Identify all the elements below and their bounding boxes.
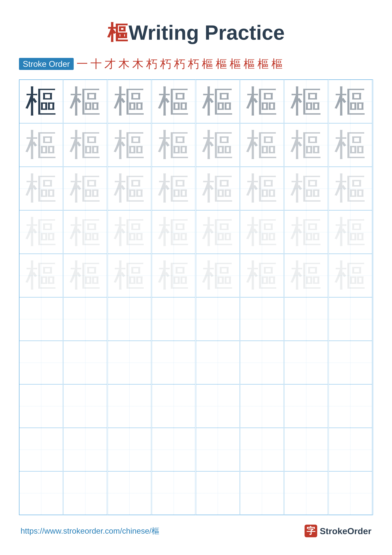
stroke-order-char: 一 <box>75 56 89 72</box>
grid-cell[interactable]: 樞 <box>64 210 107 254</box>
grid-cell[interactable]: 樞 <box>328 428 372 471</box>
grid-cell[interactable]: 樞 <box>152 297 195 341</box>
grid-cell[interactable]: 樞 <box>108 428 151 471</box>
grid-cell[interactable]: 樞 <box>19 341 63 384</box>
grid-cell[interactable]: 樞 <box>284 341 328 384</box>
grid-cell[interactable]: 樞 <box>64 80 107 123</box>
grid-cell[interactable]: 樞 <box>152 80 195 123</box>
grid-cell[interactable]: 樞 <box>284 384 328 428</box>
grid-cell[interactable]: 樞 <box>284 254 328 297</box>
grid-cell[interactable]: 樞 <box>328 471 372 515</box>
grid-cell[interactable]: 樞 <box>196 471 240 515</box>
grid-cell[interactable]: 樞 <box>284 123 328 167</box>
grid-cell[interactable]: 樞 <box>196 80 240 123</box>
grid-cell[interactable]: 樞 <box>108 123 151 167</box>
grid-cell-char: 樞 <box>246 347 278 379</box>
grid-cell[interactable]: 樞 <box>196 123 240 167</box>
grid-cell[interactable]: 樞 <box>284 210 328 254</box>
grid-cell[interactable]: 樞 <box>64 167 107 210</box>
grid-cell[interactable]: 樞 <box>152 341 195 384</box>
grid-cell[interactable]: 樞 <box>108 80 151 123</box>
grid-cell[interactable]: 樞 <box>240 210 284 254</box>
grid-cell[interactable]: 樞 <box>196 384 240 428</box>
grid-cell[interactable]: 樞 <box>152 254 195 297</box>
grid-cell[interactable]: 樞 <box>328 384 372 428</box>
grid-cell[interactable]: 樞 <box>108 471 151 515</box>
grid-cell[interactable]: 樞 <box>328 254 372 297</box>
grid-cell[interactable]: 樞 <box>64 428 107 471</box>
grid-cell-char: 樞 <box>114 434 145 466</box>
grid-cell[interactable]: 樞 <box>108 341 151 384</box>
grid-cell[interactable]: 樞 <box>240 384 284 428</box>
grid-cell[interactable]: 樞 <box>240 471 284 515</box>
grid-cell-char: 樞 <box>246 390 278 422</box>
grid-cell[interactable]: 樞 <box>152 384 195 428</box>
grid-cell[interactable]: 樞 <box>240 123 284 167</box>
grid-cell[interactable]: 樞 <box>328 297 372 341</box>
grid-cell-char: 樞 <box>25 347 57 379</box>
grid-cell-char: 樞 <box>158 129 189 161</box>
grid-cell[interactable]: 樞 <box>19 80 63 123</box>
grid-cell-char: 樞 <box>114 86 145 117</box>
grid-cell[interactable]: 樞 <box>284 297 328 341</box>
grid-cell-char: 樞 <box>335 216 366 248</box>
grid-cell[interactable]: 樞 <box>328 210 372 254</box>
grid-cell-char: 樞 <box>335 303 366 335</box>
grid-cell[interactable]: 樞 <box>152 428 195 471</box>
grid-cell[interactable]: 樞 <box>19 210 63 254</box>
grid-cell[interactable]: 樞 <box>152 167 195 210</box>
grid-cell-char: 樞 <box>202 477 234 509</box>
grid-cell[interactable]: 樞 <box>284 428 328 471</box>
grid-cell[interactable]: 樞 <box>196 210 240 254</box>
grid-cell[interactable]: 樞 <box>19 254 63 297</box>
grid-cell[interactable]: 樞 <box>240 254 284 297</box>
grid-cell[interactable]: 樞 <box>108 384 151 428</box>
grid-cell[interactable]: 樞 <box>328 80 372 123</box>
grid-cell-char: 樞 <box>69 173 101 204</box>
grid-cell[interactable]: 樞 <box>152 123 195 167</box>
grid-cell[interactable]: 樞 <box>328 167 372 210</box>
grid-cell[interactable]: 樞 <box>196 254 240 297</box>
grid-cell[interactable]: 樞 <box>328 341 372 384</box>
grid-cell-char: 樞 <box>158 216 189 248</box>
grid-cell[interactable]: 樞 <box>64 341 107 384</box>
grid-cell[interactable]: 樞 <box>19 123 63 167</box>
grid-cell[interactable]: 樞 <box>108 210 151 254</box>
grid-cell[interactable]: 樞 <box>19 471 63 515</box>
grid-cell[interactable]: 樞 <box>64 471 107 515</box>
grid-cell[interactable]: 樞 <box>240 167 284 210</box>
grid-cell[interactable]: 樞 <box>108 297 151 341</box>
grid-cell[interactable]: 樞 <box>64 254 107 297</box>
grid-cell[interactable]: 樞 <box>152 210 195 254</box>
grid-cell[interactable]: 樞 <box>19 297 63 341</box>
grid-cell[interactable]: 樞 <box>284 471 328 515</box>
grid-cell[interactable]: 樞 <box>284 167 328 210</box>
grid-cell[interactable]: 樞 <box>152 471 195 515</box>
grid-cell[interactable]: 樞 <box>108 167 151 210</box>
grid-cell[interactable]: 樞 <box>284 80 328 123</box>
grid-cell-char: 樞 <box>246 303 278 335</box>
grid-cell[interactable]: 樞 <box>328 123 372 167</box>
grid-cell[interactable]: 樞 <box>240 341 284 384</box>
grid-cell[interactable]: 樞 <box>196 428 240 471</box>
grid-cell[interactable]: 樞 <box>196 341 240 384</box>
grid-cell-char: 樞 <box>246 260 278 292</box>
grid-cell[interactable]: 樞 <box>64 123 107 167</box>
stroke-order-char: 樞 <box>242 56 256 72</box>
grid-cell[interactable]: 樞 <box>240 297 284 341</box>
grid-cell[interactable]: 樞 <box>64 297 107 341</box>
grid-cell[interactable]: 樞 <box>108 254 151 297</box>
grid-cell-char: 樞 <box>25 173 57 204</box>
grid-cell[interactable]: 樞 <box>64 384 107 428</box>
grid-cell[interactable]: 樞 <box>196 167 240 210</box>
practice-grid: 樞樞樞樞樞樞樞樞樞樞樞樞樞樞樞樞樞樞樞樞樞樞樞樞樞樞樞樞樞樞樞樞樞樞樞樞樞樞樞樞… <box>19 80 373 515</box>
grid-cell[interactable]: 樞 <box>19 428 63 471</box>
stroke-order-char: 木 <box>131 56 145 72</box>
grid-cell-char: 樞 <box>114 216 145 248</box>
grid-cell[interactable]: 樞 <box>240 80 284 123</box>
grid-cell[interactable]: 樞 <box>240 428 284 471</box>
grid-cell-char: 樞 <box>290 347 322 379</box>
grid-cell[interactable]: 樞 <box>19 384 63 428</box>
grid-cell[interactable]: 樞 <box>196 297 240 341</box>
grid-cell[interactable]: 樞 <box>19 167 63 210</box>
